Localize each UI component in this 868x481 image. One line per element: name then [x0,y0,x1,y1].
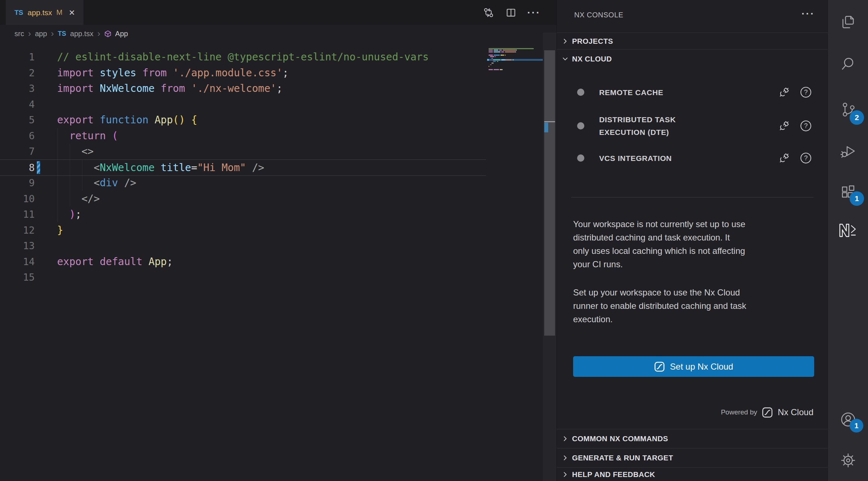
workspace-status-text: Your workspace is not currently set up t… [573,217,822,271]
nx-cloud-item-dte[interactable]: DISTRIBUTED TASK EXECUTION (DTE) ? [557,108,828,143]
nx-console-icon[interactable] [839,222,858,239]
minimap-code-mark [499,50,502,51]
status-bullet [577,122,584,129]
line-number[interactable]: 10 [0,191,35,207]
panel-title: NX CONSOLE [574,11,623,19]
settings-gear-icon[interactable] [840,452,856,469]
line-number[interactable]: 6 [0,128,35,144]
connect-plug-icon[interactable] [778,120,790,132]
minimap-code-mark [515,51,516,52]
minimap-code-mark [501,59,505,60]
code-line[interactable]: 11 ); [0,207,486,222]
code-line[interactable]: 6 return ( [0,128,486,144]
code-text: <NxWelcome title="Hi Mom" /> [57,160,264,176]
code-line[interactable]: 14export default App; [0,254,486,270]
code-text: <> [57,144,94,159]
nx-cloud-item-remote-cache[interactable]: REMOTE CACHE ? [557,81,828,103]
code-editor[interactable]: 1// eslint-disable-next-line @typescript… [0,0,557,481]
minimap-modified-tick [487,59,489,61]
code-text: export function App() { [57,112,197,128]
section-label: GENERATE & RUN TARGET [572,454,673,462]
minimap-code-mark [489,66,489,67]
code-line[interactable]: 7 <> [0,144,486,159]
code-text: return ( [57,128,118,144]
line-number[interactable]: 15 [0,269,35,285]
search-icon[interactable] [840,56,856,72]
code-line[interactable]: 8 <NxWelcome title="Hi Mom" /> [0,159,486,176]
minimap-code-mark [497,61,498,62]
line-number[interactable]: 1 [0,49,35,65]
help-question-icon[interactable]: ? [800,86,812,98]
minimap-code-mark [501,51,504,52]
nx-cloud-logo-icon [762,407,773,418]
minimap-code-mark [495,56,496,57]
section-label: HELP AND FEEDBACK [572,470,655,479]
nx-cloud-item-vcs-integration[interactable]: VCS INTEGRATION ? [557,147,828,169]
line-number[interactable]: 14 [0,254,35,270]
code-line[interactable]: 12} [0,222,486,238]
minimap-code-mark [490,56,494,57]
section-label: COMMON NX COMMANDS [572,434,668,443]
help-question-icon[interactable]: ? [800,152,812,164]
nx-item-label: DISTRIBUTED TASK EXECUTION (DTE) [599,113,676,139]
line-number[interactable]: 11 [0,207,35,222]
powered-by-row: Powered by Nx Cloud [721,404,813,420]
minimap[interactable] [487,44,543,481]
nx-item-label: REMOTE CACHE [599,86,663,99]
line-number[interactable]: 4 [0,97,35,112]
line-number[interactable]: 12 [0,222,35,238]
explorer-icon[interactable] [840,14,856,30]
nx-cloud-logo-icon [654,361,665,372]
connect-plug-icon[interactable] [778,86,790,98]
section-help-and-feedback[interactable]: HELP AND FEEDBACK [557,467,828,481]
line-number[interactable]: 5 [0,112,35,128]
code-line[interactable]: 15 [0,269,486,285]
run-debug-icon[interactable] [840,142,856,159]
minimap-code-mark [491,64,491,65]
minimap-code-mark [512,59,514,60]
code-line[interactable]: 4 [0,97,486,112]
section-nx-cloud[interactable]: NX CLOUD [557,49,828,68]
code-line[interactable]: 10 </> [0,191,486,207]
line-number[interactable]: 2 [0,65,35,81]
code-line[interactable]: 2import styles from './app.module.css'; [0,65,486,81]
minimap-code-mark [489,55,493,56]
code-line[interactable]: 5export function App() { [0,112,486,128]
minimap-code-mark [505,55,506,56]
activity-bar: 2 1 1 [828,0,868,481]
code-text: ); [57,207,81,222]
overview-ruler-modified-mark [544,123,548,132]
connect-plug-icon[interactable] [778,152,790,164]
line-number[interactable]: 3 [0,81,35,97]
section-generate-run-target[interactable]: GENERATE & RUN TARGET [557,448,828,467]
section-common-nx-commands[interactable]: COMMON NX COMMANDS [557,429,828,448]
code-line[interactable]: 9 <div /> [0,175,486,191]
chevron-right-icon [562,471,568,478]
code-line[interactable]: 13 [0,238,486,254]
line-number[interactable]: 7 [0,144,35,159]
setup-nx-cloud-button[interactable]: Set up Nx Cloud [573,356,814,377]
minimap-code-mark [503,50,516,51]
code-text: <div /> [57,175,136,191]
minimap-code-mark [505,51,515,52]
line-number[interactable]: 13 [0,238,35,254]
minimap-code-mark [494,51,500,52]
code-line[interactable]: 3import NxWelcome from './nx-welcome'; [0,81,486,97]
status-bullet [577,154,584,162]
svg-text:?: ? [804,89,808,96]
code-line[interactable]: 1// eslint-disable-next-line @typescript… [0,49,486,65]
setup-instruction-text: Set up your workspace to use the Nx Clou… [573,286,822,326]
vscode-window: TS app.tsx M × ··· [0,0,868,481]
line-number[interactable]: 9 [0,175,35,191]
minimap-code-mark [489,50,493,51]
panel-more-actions-icon[interactable]: ··· [802,8,815,20]
editor-pane: TS app.tsx M × ··· [0,0,557,481]
account-badge: 1 [850,419,863,433]
line-number[interactable]: 8 [0,160,35,176]
help-question-icon[interactable]: ? [800,120,812,132]
section-projects[interactable]: PROJECTS [557,33,828,49]
code-text: import styles from './app.module.css'; [57,65,289,81]
scrollbar-slider[interactable] [544,50,555,336]
chevron-right-icon [562,435,568,442]
minimap-code-mark [489,51,493,52]
